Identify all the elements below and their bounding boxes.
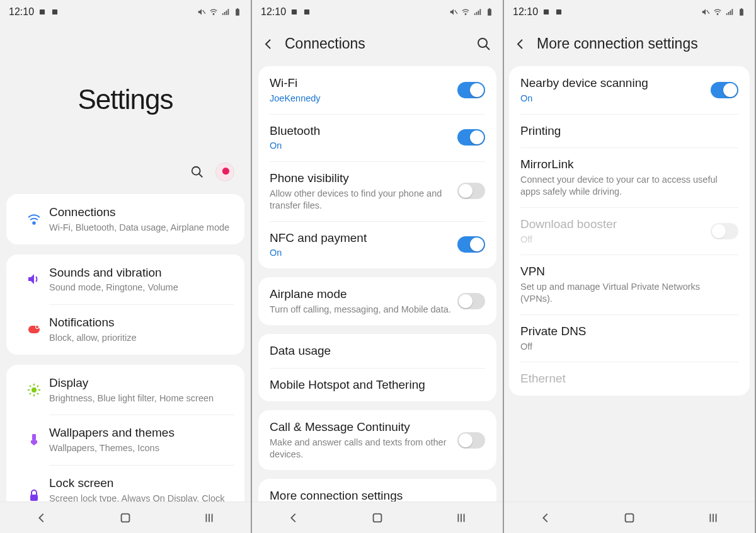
- settings-item-title: Display: [49, 375, 232, 391]
- svg-rect-4: [236, 9, 239, 15]
- nav-recents-icon[interactable]: [202, 511, 216, 525]
- status-bar: 12:10: [252, 0, 503, 24]
- connections-item[interactable]: Wi-FiJoeKennedy: [258, 66, 496, 114]
- more-connection-item[interactable]: Nearby device scanningOn: [509, 66, 750, 114]
- status-time: 12:10: [261, 6, 286, 18]
- toggle[interactable]: [457, 183, 485, 199]
- item-sub: Turn off calling, messaging, and Mobile …: [270, 304, 452, 316]
- nav-recents-icon[interactable]: [706, 511, 720, 525]
- wifi-icon: [209, 8, 218, 16]
- screen-more-connection-settings: 12:10 More connection settings Nearby de…: [504, 0, 756, 533]
- settings-item-sub: Wi-Fi, Bluetooth, Data usage, Airplane m…: [49, 222, 232, 234]
- settings-item-title: Wallpapers and themes: [49, 425, 232, 440]
- item-title: Private DNS: [520, 324, 733, 339]
- svg-rect-44: [741, 8, 742, 9]
- more-connection-item[interactable]: MirrorLinkConnect your device to your ca…: [509, 147, 750, 207]
- settings-item-title: Lock screen: [49, 476, 232, 491]
- item-title: Phone visibility: [270, 171, 452, 186]
- nav-home-icon[interactable]: [118, 511, 132, 525]
- nav-home-icon[interactable]: [622, 511, 636, 525]
- toggle[interactable]: [711, 82, 738, 98]
- settings-item-title: Connections: [49, 205, 232, 220]
- svg-rect-22: [30, 495, 38, 501]
- toggle[interactable]: [457, 82, 485, 98]
- settings-item-sub: Block, allow, prioritize: [49, 332, 232, 344]
- settings-item-title: Sounds and vibration: [49, 265, 232, 280]
- connections-item[interactable]: Call & Message ContinuityMake and answer…: [258, 410, 496, 469]
- item-sub: Allow other devices to find your phone a…: [270, 188, 452, 212]
- settings-item-display[interactable]: Display Brightness, Blue light filter, H…: [6, 365, 244, 415]
- back-icon[interactable]: [513, 37, 528, 52]
- connections-item[interactable]: Mobile Hotspot and Tethering: [258, 368, 496, 402]
- settings-item-sounds[interactable]: Sounds and vibration Sound mode, Rington…: [6, 255, 244, 305]
- profile-avatar[interactable]: [215, 163, 234, 181]
- lock-icon: [26, 488, 42, 501]
- settings-item-title: Notifications: [49, 315, 232, 330]
- svg-point-30: [465, 14, 466, 15]
- item-sub: Off: [520, 341, 733, 353]
- svg-line-19: [30, 393, 31, 394]
- signal-icon: [725, 8, 734, 16]
- connections-item[interactable]: Phone visibilityAllow other devices to f…: [258, 161, 496, 221]
- wifi-icon: [461, 8, 470, 16]
- svg-line-29: [455, 10, 457, 14]
- search-icon[interactable]: [190, 165, 204, 179]
- item-sub: Set up and manage Virtual Private Networ…: [520, 281, 733, 305]
- wifi-icon: [26, 212, 42, 227]
- svg-rect-32: [489, 8, 490, 9]
- connections-item[interactable]: BluetoothOn: [258, 114, 496, 162]
- svg-rect-28: [304, 9, 309, 14]
- connections-item[interactable]: Airplane modeTurn off calling, messaging…: [258, 277, 496, 325]
- connections-item[interactable]: More connection settings: [258, 479, 496, 501]
- status-icon: [290, 8, 299, 16]
- svg-rect-43: [740, 9, 743, 15]
- settings-item-wallpapers[interactable]: Wallpapers and themes Wallpapers, Themes…: [6, 415, 244, 465]
- settings-item-connections[interactable]: Connections Wi-Fi, Bluetooth, Data usage…: [6, 194, 244, 244]
- nav-home-icon[interactable]: [370, 511, 384, 525]
- status-icon: [50, 8, 59, 16]
- more-connection-item[interactable]: VPNSet up and manage Virtual Private Net…: [509, 255, 750, 314]
- svg-rect-5: [237, 8, 238, 9]
- wifi-icon: [713, 8, 722, 16]
- toggle[interactable]: [457, 432, 485, 449]
- nav-bar: [252, 501, 503, 533]
- status-time: 12:10: [9, 6, 34, 18]
- settings-item-sub: Brightness, Blue light filter, Home scre…: [49, 393, 232, 404]
- settings-item-sub: Screen lock type, Always On Display, Clo…: [49, 493, 232, 501]
- more-connection-item[interactable]: Private DNSOff: [509, 314, 750, 362]
- nav-back-icon[interactable]: [287, 511, 301, 525]
- settings-item-lockscreen[interactable]: Lock screen Screen lock type, Always On …: [6, 465, 244, 501]
- item-title: Airplane mode: [270, 287, 452, 302]
- more-connection-item[interactable]: Printing: [509, 114, 750, 148]
- svg-rect-39: [544, 9, 549, 14]
- connections-item[interactable]: Data usage: [258, 334, 496, 368]
- svg-rect-23: [122, 513, 130, 522]
- nav-back-icon[interactable]: [35, 511, 49, 525]
- toggle[interactable]: [457, 129, 485, 146]
- status-bar: 12:10: [504, 0, 755, 24]
- svg-line-34: [486, 46, 490, 50]
- search-icon[interactable]: [476, 37, 491, 52]
- battery-icon: [485, 8, 494, 16]
- toggle[interactable]: [457, 236, 485, 253]
- item-title: Bluetooth: [270, 123, 452, 139]
- nav-recents-icon[interactable]: [454, 511, 468, 525]
- back-icon[interactable]: [261, 37, 276, 52]
- item-title: Call & Message Continuity: [270, 420, 452, 435]
- toggle[interactable]: [457, 293, 485, 309]
- mute-icon: [701, 8, 710, 16]
- settings-item-notifications[interactable]: Notifications Block, allow, prioritize: [6, 304, 244, 355]
- nav-back-icon[interactable]: [539, 511, 553, 525]
- svg-line-18: [37, 393, 38, 394]
- svg-line-41: [707, 10, 709, 14]
- connections-item[interactable]: NFC and paymentOn: [258, 221, 496, 269]
- item-title: VPN: [520, 264, 733, 279]
- badge-icon: [26, 322, 42, 337]
- appbar-title: More connection settings: [537, 35, 743, 52]
- status-icon: [38, 8, 47, 16]
- status-bar: 12:10: [0, 0, 251, 24]
- more-connection-item: Ethernet: [509, 362, 750, 396]
- battery-icon: [737, 8, 746, 16]
- svg-rect-35: [374, 513, 382, 522]
- status-time: 12:10: [513, 6, 538, 18]
